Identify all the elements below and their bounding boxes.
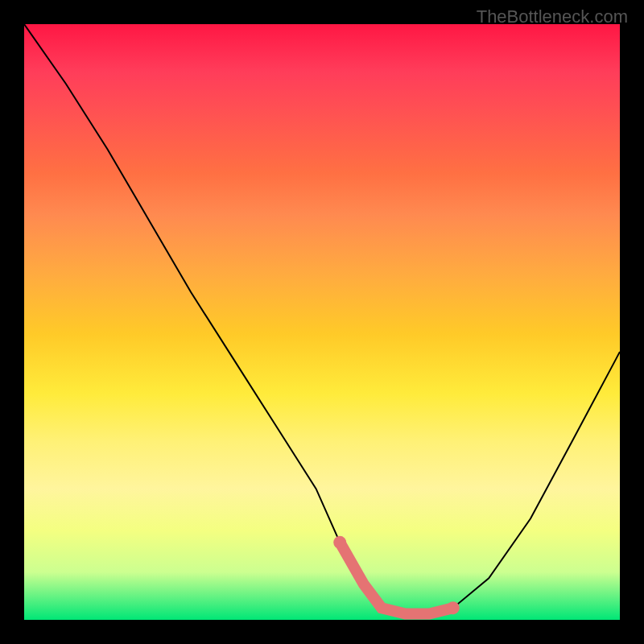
optimal-highlight-path — [340, 543, 453, 614]
bottleneck-curve-path — [24, 24, 620, 614]
highlight-start-dot — [333, 536, 346, 549]
highlight-end-dot — [447, 601, 460, 614]
watermark-text: TheBottleneck.com — [477, 6, 628, 27]
chart-container — [24, 24, 620, 620]
chart-svg — [24, 24, 620, 620]
